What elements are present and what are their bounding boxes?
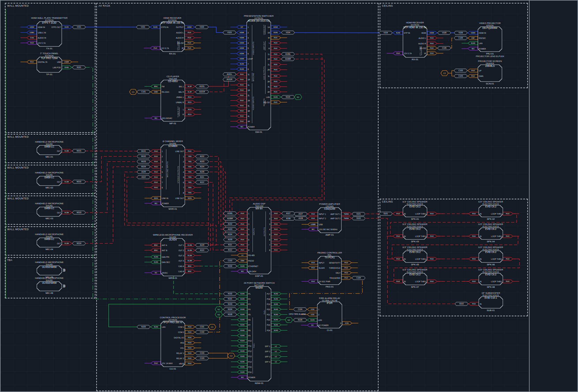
port-label: L bbox=[269, 42, 270, 44]
device-brand: EXTRON bbox=[40, 55, 59, 57]
port-label: UNBAL L bbox=[176, 96, 184, 99]
port-flag-label: TRS bbox=[188, 181, 191, 183]
port-flag-label: XL3M bbox=[187, 260, 192, 262]
port-label: 2 bbox=[162, 155, 163, 158]
port-flag-label: PHX bbox=[188, 337, 191, 338]
port-flag-label: RJ45 bbox=[240, 335, 245, 336]
port-label: POWER bbox=[248, 126, 255, 128]
device-id: SPK-07 bbox=[411, 286, 419, 288]
port-flag-label: PHX bbox=[274, 48, 277, 49]
wireless-waves-icon: ))) bbox=[63, 284, 65, 287]
port-flag-label: PHX bbox=[154, 176, 158, 178]
cable-tag-label: C105 bbox=[442, 47, 447, 49]
port-label: OUT 4 bbox=[178, 260, 184, 262]
port-flag-label: PHX bbox=[154, 156, 158, 157]
cable-tag-label: C103 bbox=[200, 357, 204, 359]
port-flag-label: RJ45 bbox=[240, 319, 245, 321]
port-group: VIDEO INPUTS bbox=[252, 25, 255, 71]
port-label: 4R bbox=[268, 91, 270, 93]
port-flag-label: PHX bbox=[396, 213, 400, 215]
port-flag-label: RJ45 bbox=[274, 303, 278, 305]
cable-tag-label: C104 bbox=[298, 308, 302, 310]
port-label: IN bbox=[404, 213, 406, 215]
port-flag-label: HDMI bbox=[240, 32, 244, 33]
cable-tag-label: A108 bbox=[299, 217, 303, 219]
device-brand: DRAPER bbox=[478, 63, 502, 65]
device-SPK-06: 6.5" CEILING SPEAKERELECTRO VOICEEVID C6… bbox=[479, 251, 503, 263]
port-flag-label: RJ45 bbox=[240, 366, 245, 368]
device-model: DTP HDMI 4K 230 Rx bbox=[404, 26, 427, 29]
device-title: HANDHELD MICROPHONESHUREULXD2/SM58 bbox=[35, 261, 64, 268]
device-model: MX-8A bbox=[253, 207, 266, 210]
device-model: SM58-LC bbox=[35, 238, 64, 240]
device-PRJ-01: VIDEO PROJECTOREPSONEB-PQ2008WPRJ-01PROJ… bbox=[478, 26, 502, 52]
port-flag-label: PHX bbox=[188, 37, 191, 39]
port-flag-label: HDMI bbox=[240, 42, 244, 44]
port-flag-label: PHX bbox=[311, 262, 315, 264]
port-flag-label: LC bbox=[275, 361, 277, 363]
port-label: 12V 0.7A bbox=[404, 52, 412, 55]
port-flag-label: PHX bbox=[274, 37, 277, 39]
port-flag-label: PHX bbox=[344, 262, 348, 264]
device-model: EVID C6.2 bbox=[479, 205, 503, 208]
device-id: SPK-06 bbox=[487, 263, 495, 266]
port-label: R bbox=[182, 113, 184, 116]
device-type: 6.5" CEILING SPEAKER bbox=[479, 201, 503, 203]
port-flag-label: PHX bbox=[471, 70, 475, 71]
port-label: OUT 1 bbox=[178, 244, 184, 247]
port-label: 12V 0.7A bbox=[38, 42, 46, 44]
port-label: 100-240VAC bbox=[162, 117, 172, 120]
device-model: TLP PRO 725M bbox=[40, 57, 59, 60]
port-label: AUDIO R bbox=[176, 37, 184, 39]
device-id: DSP-01 bbox=[255, 275, 263, 277]
port-flag-label: PHX bbox=[506, 281, 509, 282]
device-title: 6.5" CEILING SPEAKERELECTRO VOICEEVID C6… bbox=[403, 223, 428, 230]
port-flag-label: PHX bbox=[274, 69, 277, 71]
port-flag-label: PHX bbox=[154, 171, 158, 173]
port-group: MIC/LINE INPUTS bbox=[166, 149, 169, 190]
device-id: SUB-01 bbox=[487, 309, 495, 312]
port-label: P12 bbox=[248, 350, 252, 353]
cable-tag-label: A101L bbox=[227, 73, 232, 75]
port-flag-label: DC bbox=[311, 324, 314, 326]
port-group: AMP OUT bbox=[263, 41, 266, 50]
device-model: SM58-LC bbox=[35, 145, 64, 148]
device-id: MP-01 bbox=[170, 122, 176, 125]
device-brand: ELECTRO VOICE bbox=[481, 294, 500, 297]
port-flag-label: PHX bbox=[154, 181, 158, 183]
port-flag-label: PHX bbox=[240, 110, 244, 112]
port-group: PoE+ bbox=[263, 292, 266, 332]
port-flag-label: IEC bbox=[240, 126, 244, 128]
port-label: AUDIO R bbox=[418, 42, 426, 45]
av-line-diagram-sheet: HDMIUSBC3.5SPHXRJ45V101PHXUSBRRJ45N101RJ… bbox=[0, 0, 578, 392]
device-title: HANDHELD MICROPHONESHURESM58-LC bbox=[35, 202, 64, 210]
port-flag-label: RJ45 bbox=[274, 96, 278, 98]
cable-tag-label: A102 bbox=[200, 155, 204, 157]
node-hex-label: N2 bbox=[218, 314, 220, 316]
device-title: HANDHELD MICROPHONESHURESM58-LC bbox=[35, 233, 64, 240]
device-model: ULXD2/SM58 bbox=[35, 266, 64, 268]
port-label: LOOP THRU bbox=[491, 258, 502, 260]
port-flag-label: RJ45 bbox=[274, 293, 278, 295]
cable-tag-label: A106L bbox=[227, 212, 233, 214]
port-flag-label: PHX bbox=[311, 213, 315, 215]
port-flag-label: PHX bbox=[274, 91, 277, 93]
port-label: P3 bbox=[248, 303, 251, 306]
device-brand: ELECTRO VOICE bbox=[403, 226, 428, 228]
cable-tag-label: N103 bbox=[228, 303, 232, 305]
cable-tag-label: A104 bbox=[228, 233, 232, 235]
port-flag-label: PHX bbox=[188, 32, 191, 33]
port-flag-label: PHX bbox=[188, 347, 191, 349]
port-label: RELAY 2 bbox=[176, 357, 184, 360]
device-id: SPK-02 bbox=[487, 218, 495, 220]
port-label: 3 bbox=[248, 37, 249, 39]
port-label: IR bbox=[182, 47, 184, 50]
port-label: P24 bbox=[267, 329, 270, 332]
port-label: OUTPUT bbox=[176, 26, 184, 29]
port-label: P17 bbox=[267, 293, 270, 295]
cable-tag-label: C101 bbox=[141, 91, 146, 93]
device-MIC-03: HANDHELD MICROPHONESHURESM58-LCMIC-03OUT bbox=[37, 207, 62, 217]
device-type: PRESENTATION SWITCHER bbox=[244, 15, 274, 17]
device-type: 6.5" CEILING SPEAKER bbox=[479, 246, 503, 249]
port-label: SENSITIVITY bbox=[329, 262, 340, 264]
